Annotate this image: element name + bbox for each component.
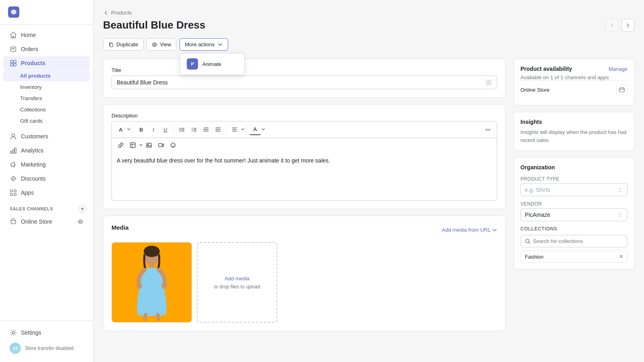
sidebar-item-analytics[interactable]: Analytics [3,144,90,157]
chevron-down-icon [217,42,223,47]
sidebar-logo [0,0,93,25]
sidebar-item-label: Home [21,32,36,38]
rte-ordered-list-button[interactable]: 1.2.3. [188,124,200,135]
title-input[interactable] [117,79,485,86]
svg-rect-47 [147,143,151,147]
svg-point-48 [147,144,148,145]
breadcrumb[interactable]: Products [103,10,634,16]
manage-availability-link[interactable]: Manage [609,66,627,72]
insights-card: Insights Insights will display when the … [514,112,634,151]
rte-toolbar-row2 [111,138,497,152]
svg-rect-1 [10,60,13,63]
product-type-select[interactable]: e.g. Shirts [520,183,627,196]
rte-italic-button[interactable]: I [148,124,159,135]
sidebar-item-orders[interactable]: Orders [3,42,90,56]
more-actions-button[interactable]: More actions P Animate [180,38,228,51]
product-availability-card: Product availability Manage Available on… [514,59,634,105]
rte-color-button[interactable]: A [250,124,261,135]
right-sidebar: Product availability Manage Available on… [514,59,634,276]
sidebar-sub-gift-cards[interactable]: Gift cards [3,115,90,126]
dress-svg [124,244,180,321]
rte-table-button[interactable] [127,140,138,151]
arrow-left-icon [609,23,615,28]
remove-fashion-tag-button[interactable]: × [619,253,623,260]
rte-unordered-list-button[interactable] [176,124,188,135]
next-product-button[interactable] [621,19,634,32]
svg-rect-6 [10,151,12,153]
sidebar-sub-transfers[interactable]: Transfers [3,93,90,104]
home-icon [10,31,17,39]
prev-product-button[interactable] [605,19,618,32]
sidebar-item-marketing[interactable]: Marketing [3,158,90,171]
sidebar: Home Orders Products All products Inve [0,0,93,362]
sidebar-item-label: Orders [21,46,38,52]
vendor-select[interactable]: PicAmaze [520,208,627,221]
title-card: Title [103,59,506,98]
rte-font-button[interactable]: A [115,124,126,135]
sidebar-item-label: Online Store [21,218,52,225]
rte-code-button[interactable]: <> [482,124,493,135]
sidebar-item-settings[interactable]: Settings [6,326,87,339]
rte-indent-button[interactable] [213,124,224,135]
marketing-icon [10,161,17,168]
page-nav-arrows [605,19,634,32]
sidebar-item-label: Discounts [21,175,45,182]
sidebar-item-label: Products [21,60,45,66]
customers-icon [10,133,17,140]
svg-point-57 [161,282,167,289]
sidebar-item-apps[interactable]: Apps [3,186,90,200]
svg-point-56 [136,282,142,289]
svg-rect-4 [14,64,16,66]
svg-rect-7 [12,149,14,153]
sidebar-item-label: Analytics [21,147,43,154]
rte-image-button[interactable] [143,140,155,151]
collections-search-input[interactable] [533,238,623,244]
sidebar-item-discounts[interactable]: Discounts [3,172,90,185]
svg-point-54 [144,246,160,257]
settings-icon [10,329,17,336]
svg-point-10 [12,179,13,180]
duplicate-button[interactable]: Duplicate [103,38,143,51]
rte-bold-button[interactable]: B [136,124,147,135]
rte-align-button[interactable] [229,124,240,135]
organization-title: Organization [520,164,627,171]
product-toolbar: Duplicate View More actions P Animate [103,38,634,51]
rte-toolbar: A B I U 1.2.3. [111,121,497,138]
svg-rect-11 [10,190,12,192]
media-header: Media Add media from URL [111,224,497,236]
collections-search [520,235,627,247]
svg-rect-58 [619,88,624,92]
search-icon [525,239,530,244]
rte-outdent-button[interactable] [200,124,212,135]
sidebar-item-online-store[interactable]: Online Store [3,215,90,228]
svg-point-5 [12,134,14,137]
svg-point-25 [180,129,180,130]
sidebar-sub-inventory[interactable]: Inventory [3,82,90,93]
add-media-url-button[interactable]: Add media from URL [442,227,497,233]
animate-app-icon: P [187,58,198,70]
rte-link-button[interactable] [115,140,126,151]
svg-point-15 [80,221,82,223]
fashion-collection-tag: Fashion × [520,251,627,263]
sidebar-item-label: Apps [21,189,34,196]
collections-label: COLLECTIONS [520,226,627,232]
view-button[interactable]: View [147,38,176,51]
sidebar-sub-all-products[interactable]: All products [3,70,90,81]
svg-rect-3 [10,64,13,66]
animate-menu-item[interactable]: P Animate [182,55,242,73]
sidebar-sub-collections[interactable]: Collections [3,104,90,115]
calendar-icon[interactable] [616,84,627,95]
sidebar-item-customers[interactable]: Customers [3,130,90,143]
add-media-button[interactable]: Add media or drop files to upload [197,242,277,323]
avatar: ST [10,343,21,354]
media-item-dress[interactable] [111,242,192,323]
sidebar-item-products[interactable]: Products [3,56,90,70]
description-editor[interactable]: A very beautiful blue dress over for the… [111,152,497,201]
page-header: Beautiful Blue Dress [103,19,634,32]
add-sales-channel-button[interactable]: + [78,205,87,213]
rte-video-button[interactable] [155,140,167,151]
sidebar-item-home[interactable]: Home [3,28,90,42]
rte-divider-3 [226,125,227,134]
rte-emoji-button[interactable] [167,140,179,151]
rte-underline-button[interactable]: U [160,124,171,135]
